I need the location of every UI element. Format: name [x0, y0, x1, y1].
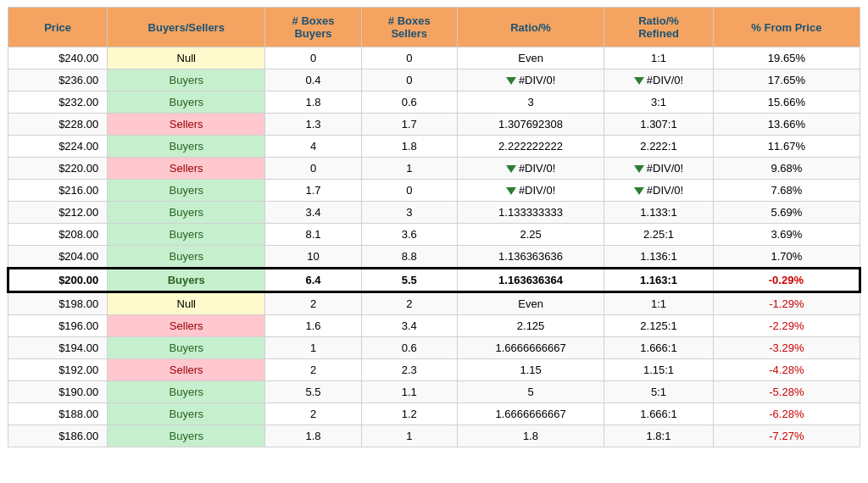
cell-buyers-sellers: Buyers — [108, 224, 265, 246]
cell-pct-from-price: 1.70% — [713, 246, 860, 269]
cell-price: $192.00 — [8, 359, 108, 381]
cell-ratio-refined: 5:1 — [604, 381, 714, 403]
cell-boxes-sellers: 1 — [361, 425, 457, 447]
cell-ratio: 2.125 — [457, 315, 604, 337]
cell-boxes-buyers: 6.4 — [265, 269, 361, 292]
cell-ratio: 5 — [457, 381, 604, 403]
cell-ratio: #DIV/0! — [457, 69, 604, 92]
cell-buyers-sellers: Buyers — [108, 180, 265, 202]
cell-price: $200.00 — [8, 269, 108, 292]
cell-buyers-sellers: Null — [108, 292, 265, 315]
cell-price: $190.00 — [8, 381, 108, 403]
cell-ratio: 1.15 — [457, 359, 604, 381]
cell-buyers-sellers: Buyers — [108, 202, 265, 224]
cell-price: $208.00 — [8, 224, 108, 246]
cell-price: $194.00 — [8, 337, 108, 359]
cell-pct-from-price: 11.67% — [713, 136, 860, 158]
cell-boxes-sellers: 1 — [361, 158, 457, 180]
cell-boxes-buyers: 2 — [265, 292, 361, 315]
cell-buyers-sellers: Buyers — [108, 381, 265, 403]
cell-pct-from-price: -5.28% — [713, 381, 860, 403]
cell-ratio: #DIV/0! — [457, 180, 604, 202]
arrow-down-icon — [634, 165, 644, 173]
cell-pct-from-price: -7.27% — [713, 425, 860, 447]
arrow-down-icon — [506, 77, 516, 85]
header-ratio: Ratio/% — [457, 8, 604, 47]
cell-pct-from-price: -6.28% — [713, 403, 860, 425]
cell-ratio-refined: 2.125:1 — [604, 315, 714, 337]
cell-buyers-sellers: Buyers — [108, 403, 265, 425]
cell-pct-from-price: -4.28% — [713, 359, 860, 381]
cell-boxes-buyers: 0 — [265, 158, 361, 180]
cell-boxes-buyers: 1.8 — [265, 92, 361, 114]
cell-ratio-refined: 1:1 — [604, 292, 714, 315]
cell-boxes-sellers: 0.6 — [361, 337, 457, 359]
cell-boxes-buyers: 1.3 — [265, 114, 361, 136]
cell-boxes-sellers: 0 — [361, 180, 457, 202]
cell-pct-from-price: 3.69% — [713, 224, 860, 246]
arrow-down-icon — [506, 187, 516, 195]
cell-price: $240.00 — [8, 47, 108, 69]
header-boxes-buyers: # Boxes Buyers — [265, 8, 361, 47]
cell-ratio-refined: 2.222:1 — [604, 136, 714, 158]
cell-ratio-refined: 1.163:1 — [604, 269, 714, 292]
cell-boxes-buyers: 0 — [265, 47, 361, 69]
cell-boxes-buyers: 1 — [265, 337, 361, 359]
cell-boxes-sellers: 3.4 — [361, 315, 457, 337]
cell-ratio: #DIV/0! — [457, 158, 604, 180]
cell-buyers-sellers: Buyers — [108, 269, 265, 292]
cell-boxes-sellers: 2 — [361, 292, 457, 315]
cell-boxes-buyers: 2 — [265, 359, 361, 381]
cell-ratio-refined: #DIV/0! — [604, 69, 714, 92]
cell-ratio-refined: #DIV/0! — [604, 180, 714, 202]
arrow-down-icon — [506, 165, 516, 173]
cell-boxes-sellers: 1.7 — [361, 114, 457, 136]
cell-pct-from-price: -0.29% — [713, 269, 860, 292]
cell-price: $212.00 — [8, 202, 108, 224]
cell-pct-from-price: 9.68% — [713, 158, 860, 180]
cell-pct-from-price: 7.68% — [713, 180, 860, 202]
cell-price: $228.00 — [8, 114, 108, 136]
cell-price: $236.00 — [8, 69, 108, 92]
cell-pct-from-price: -3.29% — [713, 337, 860, 359]
cell-boxes-buyers: 1.6 — [265, 315, 361, 337]
cell-price: $232.00 — [8, 92, 108, 114]
cell-ratio: 1.8 — [457, 425, 604, 447]
header-ratio-refined: Ratio/% Refined — [604, 8, 714, 47]
cell-ratio-refined: 1.307:1 — [604, 114, 714, 136]
cell-boxes-sellers: 3.6 — [361, 224, 457, 246]
cell-ratio: Even — [457, 47, 604, 69]
cell-buyers-sellers: Buyers — [108, 425, 265, 447]
cell-ratio-refined: #DIV/0! — [604, 158, 714, 180]
cell-ratio-refined: 3:1 — [604, 92, 714, 114]
cell-boxes-sellers: 5.5 — [361, 269, 457, 292]
cell-buyers-sellers: Buyers — [108, 69, 265, 92]
cell-ratio-refined: 1.133:1 — [604, 202, 714, 224]
cell-boxes-sellers: 8.8 — [361, 246, 457, 269]
cell-pct-from-price: 15.66% — [713, 92, 860, 114]
cell-pct-from-price: 19.65% — [713, 47, 860, 69]
header-pct-from-price: % From Price — [713, 8, 860, 47]
cell-ratio: 1.133333333 — [457, 202, 604, 224]
cell-price: $186.00 — [8, 425, 108, 447]
cell-pct-from-price: -1.29% — [713, 292, 860, 315]
cell-boxes-sellers: 0 — [361, 47, 457, 69]
cell-price: $216.00 — [8, 180, 108, 202]
cell-boxes-sellers: 2.3 — [361, 359, 457, 381]
cell-boxes-sellers: 1.2 — [361, 403, 457, 425]
cell-ratio: Even — [457, 292, 604, 315]
cell-ratio: 1.6666666667 — [457, 403, 604, 425]
cell-boxes-buyers: 5.5 — [265, 381, 361, 403]
cell-boxes-buyers: 1.7 — [265, 180, 361, 202]
cell-boxes-sellers: 0.6 — [361, 92, 457, 114]
cell-buyers-sellers: Buyers — [108, 337, 265, 359]
cell-buyers-sellers: Sellers — [108, 158, 265, 180]
cell-boxes-buyers: 1.8 — [265, 425, 361, 447]
cell-boxes-buyers: 0.4 — [265, 69, 361, 92]
header-buyers-sellers: Buyers/Sellers — [108, 8, 265, 47]
cell-price: $220.00 — [8, 158, 108, 180]
cell-price: $188.00 — [8, 403, 108, 425]
cell-price: $204.00 — [8, 246, 108, 269]
cell-boxes-buyers: 3.4 — [265, 202, 361, 224]
cell-price: $196.00 — [8, 315, 108, 337]
